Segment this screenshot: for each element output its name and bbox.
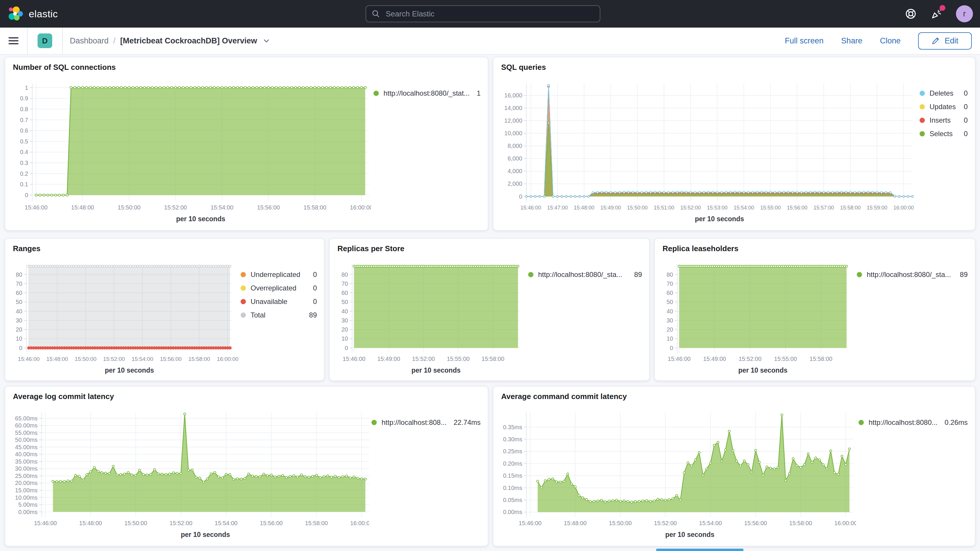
svg-text:15:52:00: 15:52:00 [164, 204, 187, 211]
svg-text:70: 70 [667, 280, 673, 287]
dashboard-panel: Replica leaseholders0102030405060708015:… [654, 238, 975, 381]
svg-text:20: 20 [16, 326, 22, 333]
svg-text:15:48:00: 15:48:00 [79, 520, 102, 526]
svg-text:30: 30 [16, 317, 22, 323]
user-avatar[interactable]: r [956, 5, 973, 22]
brand-text: elastic [29, 8, 58, 20]
breadcrumb: Dashboard / [Metricbeat CockroachDB] Ove… [63, 37, 270, 46]
legend-color-dot [528, 272, 533, 277]
svg-text:15:52:00: 15:52:00 [654, 520, 677, 526]
svg-text:0.3: 0.3 [20, 159, 28, 166]
legend-item[interactable]: http://localhost:8080/_stat...1 [374, 89, 480, 97]
news-feed-icon[interactable] [930, 7, 943, 20]
svg-text:20: 20 [667, 326, 673, 333]
legend-label: Inserts [929, 116, 957, 124]
edit-button[interactable]: Edit [918, 32, 972, 49]
pencil-icon [932, 37, 940, 45]
full-screen-button[interactable]: Full screen [785, 37, 824, 46]
svg-text:20: 20 [342, 326, 348, 333]
svg-text:0: 0 [25, 192, 28, 198]
clone-button[interactable]: Clone [880, 37, 901, 46]
chart-canvas[interactable]: 02,0004,0006,0008,00010,00012,00014,0001… [493, 75, 917, 231]
svg-text:30.00ms: 30.00ms [15, 465, 38, 472]
legend-value: 22.74ms [453, 418, 480, 427]
svg-text:10: 10 [342, 335, 348, 342]
svg-text:60: 60 [16, 290, 22, 296]
chart-legend: http://localhost:8080/_sta...89 [526, 256, 649, 381]
svg-text:50.00ms: 50.00ms [15, 436, 38, 443]
search-input[interactable] [384, 9, 594, 19]
legend-item[interactable]: Total89 [240, 311, 317, 319]
svg-text:per 10 seconds: per 10 seconds [665, 531, 714, 538]
svg-text:15:46:00: 15:46:00 [519, 520, 542, 526]
svg-text:65.00ms: 65.00ms [15, 415, 38, 422]
chart-canvas[interactable]: 0102030405060708015:46:0015:49:0015:52:0… [655, 256, 854, 381]
share-button[interactable]: Share [841, 37, 862, 46]
svg-text:15:58:00: 15:58:00 [840, 205, 861, 211]
top-navigation-bar: elastic [0, 0, 980, 27]
panel-title: Replica leaseholders [655, 239, 975, 256]
svg-text:0.05ms: 0.05ms [503, 497, 522, 503]
legend-item[interactable]: Underreplicated0 [240, 271, 317, 279]
legend-item[interactable]: Selects0 [920, 130, 968, 138]
space-badge[interactable]: D [38, 33, 52, 48]
svg-text:15:46:00: 15:46:00 [25, 204, 48, 211]
svg-text:40.00ms: 40.00ms [15, 451, 38, 457]
legend-item[interactable]: Unavailable0 [240, 298, 317, 306]
edit-button-label: Edit [945, 37, 958, 46]
svg-text:16:00:00: 16:00:00 [834, 520, 856, 526]
menu-button[interactable] [0, 27, 27, 54]
svg-text:80: 80 [342, 271, 348, 278]
horizontal-scrollbar-thumb[interactable] [656, 549, 743, 551]
svg-text:14,000: 14,000 [504, 105, 522, 111]
dashboard-panel: Ranges0102030405060708015:46:0015:48:001… [5, 238, 325, 381]
svg-text:50: 50 [342, 299, 348, 305]
legend-item[interactable]: http://localhost:8080/_sta...89 [857, 271, 968, 279]
chart-canvas[interactable]: 0102030405060708015:46:0015:48:0015:50:0… [5, 256, 238, 381]
legend-item[interactable]: Inserts0 [920, 116, 968, 124]
legend-label: Underreplicated [251, 271, 306, 279]
legend-item[interactable]: http://localhost:8080...0.26ms [859, 418, 968, 427]
legend-value: 0 [313, 298, 317, 306]
chevron-down-icon[interactable] [263, 37, 270, 44]
legend-item[interactable]: Deletes0 [920, 89, 968, 97]
global-search[interactable] [366, 5, 600, 22]
svg-text:15:52:00: 15:52:00 [170, 520, 192, 526]
elastic-logo[interactable]: elastic [0, 6, 129, 21]
legend-item[interactable]: http://localhost:8080/_sta...89 [528, 271, 642, 279]
svg-text:10.00ms: 10.00ms [15, 494, 38, 501]
dashboard-grid: Number of SQL connections00.10.20.30.40.… [0, 54, 980, 551]
chart-canvas[interactable]: 0.00ms5.00ms10.00ms15.00ms20.00ms25.00ms… [5, 404, 369, 547]
chart-legend: Deletes0Updates0Inserts0Selects0 [917, 75, 975, 231]
dashboard-panel: Average command commit latency0.00ms0.05… [493, 386, 975, 546]
legend-value: 0 [313, 271, 317, 279]
chart-canvas[interactable]: 0.00ms0.05ms0.10ms0.15ms0.20ms0.25ms0.30… [493, 404, 856, 547]
svg-text:40: 40 [342, 308, 348, 315]
help-icon[interactable] [904, 7, 917, 20]
svg-text:70: 70 [342, 280, 348, 287]
legend-value: 89 [309, 311, 317, 319]
panel-title: Replicas per Store [330, 239, 649, 256]
legend-item[interactable]: Overreplicated0 [240, 284, 317, 292]
chart-canvas[interactable]: 00.10.20.30.40.50.60.70.80.9115:46:0015:… [5, 75, 371, 231]
svg-text:0.25ms: 0.25ms [503, 448, 522, 454]
svg-text:15:46:00: 15:46:00 [18, 356, 40, 362]
svg-text:16:00:00: 16:00:00 [350, 520, 369, 526]
svg-text:0: 0 [670, 345, 673, 351]
svg-text:15:56:00: 15:56:00 [260, 520, 283, 526]
chart-canvas[interactable]: 0102030405060708015:46:0015:49:0015:52:0… [330, 256, 526, 381]
svg-text:15:54:00: 15:54:00 [733, 205, 754, 211]
svg-text:15:47:00: 15:47:00 [547, 205, 568, 211]
legend-item[interactable]: Updates0 [920, 103, 968, 111]
breadcrumb-dashboard-link[interactable]: Dashboard [70, 37, 108, 46]
svg-text:0.5: 0.5 [20, 138, 28, 145]
hamburger-icon [8, 35, 19, 46]
svg-text:0.30ms: 0.30ms [503, 436, 522, 443]
svg-text:15:49:00: 15:49:00 [377, 355, 400, 362]
legend-item[interactable]: http://localhost:808...22.74ms [371, 418, 480, 427]
panel-title: Number of SQL connections [5, 57, 488, 75]
svg-text:2,000: 2,000 [508, 180, 522, 187]
svg-text:40: 40 [16, 308, 22, 315]
svg-text:35.00ms: 35.00ms [15, 458, 38, 465]
legend-label: Total [251, 311, 302, 319]
